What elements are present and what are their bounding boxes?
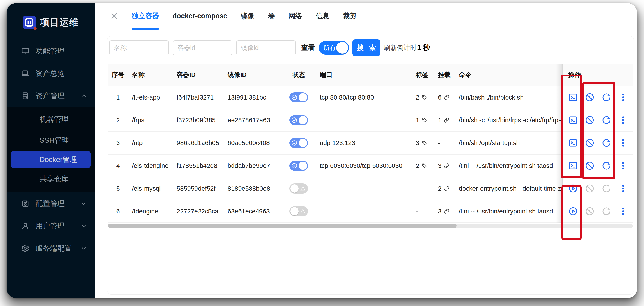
tab-volumes[interactable]: 卷 <box>268 3 275 29</box>
sidebar-item-ssh-mgmt[interactable]: SSH管理 <box>6 130 95 151</box>
stop-button[interactable] <box>585 161 594 170</box>
app-logo-icon <box>22 16 36 29</box>
chevron-down-icon <box>80 200 87 207</box>
sidebar-item-docker-mgmt[interactable]: Docker管理 <box>10 151 91 168</box>
tab-network[interactable]: 网络 <box>288 3 302 29</box>
cell-index: 1 <box>108 86 128 109</box>
restart-button[interactable] <box>602 93 611 102</box>
more-actions-button[interactable] <box>618 115 628 125</box>
sidebar-item-shared-repo[interactable]: 共享仓库 <box>6 168 95 189</box>
stop-button[interactable] <box>585 115 594 125</box>
tab-docker-compose[interactable]: docker-compose <box>173 3 227 29</box>
more-actions-button[interactable] <box>618 184 628 193</box>
restart-button-disabled[interactable] <box>602 206 611 216</box>
more-actions-button[interactable] <box>618 161 628 170</box>
close-icon[interactable] <box>110 12 118 20</box>
status-toggle-on[interactable] <box>290 161 308 171</box>
col-header-tags: 标签 <box>412 64 434 86</box>
sidebar-item-label: 功能管理 <box>36 46 64 56</box>
status-toggle-on[interactable] <box>290 92 308 102</box>
horizontal-scrollbar[interactable] <box>108 224 633 228</box>
sidebar-item-label: 配置管理 <box>36 199 64 209</box>
col-header-status: 状态 <box>281 64 316 86</box>
terminal-button[interactable] <box>568 115 578 125</box>
more-actions-button[interactable] <box>618 206 628 216</box>
status-toggle-off[interactable] <box>290 183 308 193</box>
monitor-icon <box>21 47 30 55</box>
name-filter-input[interactable] <box>109 40 169 55</box>
cell-mounts-count: 2 <box>438 185 442 192</box>
cell-name: /tdengine <box>128 200 173 223</box>
restart-button[interactable] <box>602 161 611 170</box>
cell-ports: tcp 80:80/tcp 80:80 <box>316 86 412 109</box>
sidebar-item-label: SSH管理 <box>40 136 69 145</box>
terminal-button[interactable] <box>568 93 578 102</box>
stop-button-disabled[interactable] <box>585 206 594 216</box>
start-button[interactable] <box>568 184 578 193</box>
sidebar-menu: 功能管理 资产总览 资产管理 机器管理 SSH管理 <box>6 36 95 298</box>
col-header-container-id: 容器ID <box>173 64 224 86</box>
view-all-toggle[interactable]: 所有 <box>319 41 349 55</box>
sidebar-item-function-mgmt[interactable]: 功能管理 <box>6 40 95 62</box>
chevron-down-icon <box>80 223 87 229</box>
stop-button[interactable] <box>585 138 594 148</box>
terminal-button[interactable] <box>568 161 578 170</box>
sidebar-item-asset-overview[interactable]: 资产总览 <box>6 62 95 85</box>
cell-index: 6 <box>108 200 128 223</box>
cell-tags-count: 1 <box>416 117 419 124</box>
search-button[interactable]: 搜 索 <box>352 39 380 56</box>
restart-button[interactable] <box>602 115 611 125</box>
toggle-knob <box>299 139 307 147</box>
image-id-filter-input[interactable] <box>236 40 296 55</box>
tab-info[interactable]: 信息 <box>316 3 329 29</box>
tab-standalone-containers[interactable]: 独立容器 <box>132 3 159 29</box>
restart-button-disabled[interactable] <box>602 184 611 193</box>
tab-label: 裁剪 <box>343 11 356 21</box>
status-toggle-off[interactable] <box>290 206 308 216</box>
sidebar-item-machine-mgmt[interactable]: 机器管理 <box>6 109 95 130</box>
refresh-countdown-value: 1 秒 <box>417 44 430 51</box>
scrollbar-thumb[interactable] <box>108 224 457 228</box>
cell-ports <box>316 200 412 223</box>
table-row: 5 /els-mysql 585959def52f 8189e588b0e8 -… <box>108 177 633 200</box>
link-icon <box>444 163 450 168</box>
check-circle-icon <box>291 163 298 169</box>
status-toggle-on[interactable] <box>290 138 308 148</box>
cell-command: /bin/bash ./bin/block.sh <box>455 86 562 109</box>
link-icon <box>444 208 450 214</box>
more-actions-button[interactable] <box>618 138 628 148</box>
container-id-filter-input[interactable] <box>173 40 232 55</box>
sidebar-item-label: 机器管理 <box>40 114 68 124</box>
cell-image-id: 8189e588b0e8 <box>224 177 281 200</box>
chevron-down-icon <box>80 245 87 252</box>
logo-red-dot-icon <box>34 27 37 30</box>
cell-tags-count: 2 <box>416 94 419 101</box>
toggle-knob <box>290 184 299 193</box>
cell-container-id: 22727e22c5ca <box>173 200 224 223</box>
app-window: 项目运维 功能管理 资产总览 资产管理 机器管理 <box>6 3 637 298</box>
start-button[interactable] <box>568 206 578 216</box>
toggle-knob <box>336 42 348 54</box>
cell-index: 3 <box>108 132 128 154</box>
restart-button[interactable] <box>602 138 611 148</box>
sidebar-item-server-config[interactable]: 服务端配置 <box>6 237 95 260</box>
stop-button-disabled[interactable] <box>585 184 594 193</box>
table-row: 6 /tdengine 22727e22c5ca 63e61ece4963 - … <box>108 200 633 223</box>
sidebar-item-asset-mgmt[interactable]: 资产管理 <box>6 85 95 107</box>
cell-container-id: f3723b09f385 <box>173 109 224 132</box>
sidebar-item-user-mgmt[interactable]: 用户管理 <box>6 215 95 237</box>
warning-triangle-icon <box>300 208 306 214</box>
tab-images[interactable]: 镜像 <box>241 3 254 29</box>
link-icon <box>444 95 450 100</box>
col-header-index: 序号 <box>108 64 128 86</box>
cell-command: /tini -- /usr/bin/entrypoint.sh taosd <box>455 154 562 177</box>
sidebar-item-config-mgmt[interactable]: 配置管理 <box>6 192 95 215</box>
tab-prune[interactable]: 裁剪 <box>343 3 356 29</box>
status-toggle-on[interactable] <box>290 115 308 125</box>
more-actions-button[interactable] <box>618 93 628 102</box>
toggle-knob <box>290 207 299 215</box>
cell-index: 2 <box>108 109 128 132</box>
terminal-button[interactable] <box>568 138 578 148</box>
stop-button[interactable] <box>585 93 594 102</box>
gear-icon <box>21 244 30 253</box>
